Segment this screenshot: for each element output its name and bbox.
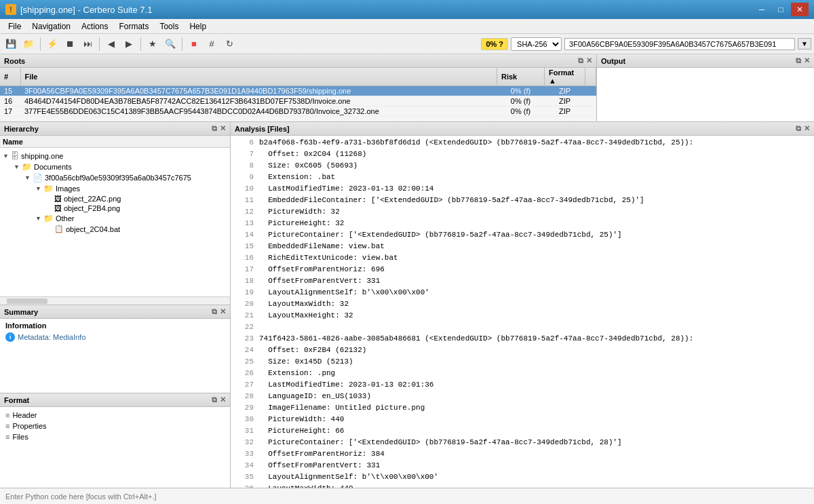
toolbar: 💾 📁 ⚡ ⏹ ⏭ ◀ ▶ ★ 🔍 ■ # ↻ 0% ? SHA-256 ▼ [0, 34, 814, 54]
format-close-btn[interactable]: ✕ [220, 395, 226, 404]
refresh-button[interactable]: ↻ [221, 36, 237, 52]
code-line: 22 [231, 322, 814, 333]
col-header-num[interactable]: # [0, 68, 20, 86]
output-header-controls[interactable]: ⧉ ✕ [796, 56, 810, 65]
bookmark-button[interactable]: ★ [144, 36, 161, 52]
menu-help[interactable]: Help [184, 20, 212, 33]
menu-file[interactable]: File [3, 20, 26, 33]
col-header-risk[interactable]: Risk [497, 68, 545, 86]
code-line: 12 PictureWidth: 32 [231, 206, 814, 218]
analysis-header-controls[interactable]: ⧉ ✕ [796, 124, 810, 133]
list-item[interactable]: ▼ 📁 Documents [0, 161, 230, 172]
line-number: 22 [233, 322, 254, 333]
format-header-controls[interactable]: ⧉ ✕ [212, 395, 226, 404]
step-button[interactable]: ⏭ [79, 36, 96, 52]
line-number: 17 [233, 264, 254, 275]
row-format: ZIP [545, 86, 585, 96]
tree-item-label: Other [56, 214, 75, 222]
code-line: 8 Size: 0xC605 (50693) [231, 160, 814, 172]
output-close-btn[interactable]: ✕ [804, 56, 810, 65]
menu-formats[interactable]: Formats [113, 20, 154, 33]
code-line: 23741f6423-5861-4826-aabe-3085ab486681 (… [231, 333, 814, 345]
format-item-header[interactable]: ≡ Header [0, 410, 230, 421]
hierarchy-close-btn[interactable]: ✕ [220, 124, 226, 133]
roots-close-btn[interactable]: ✕ [586, 56, 592, 65]
list-icon-properties: ≡ [5, 422, 9, 430]
python-input[interactable] [5, 492, 809, 501]
tree-scrollbar[interactable] [0, 296, 230, 305]
line-content: PictureHeight: 66 [259, 425, 344, 437]
tree-scrollbar-thumb[interactable] [7, 298, 47, 304]
line-content: Size: 0x145D (5213) [259, 356, 353, 368]
output-header: Output ⧉ ✕ [597, 54, 814, 68]
menu-bar: File Navigation Actions Formats Tools He… [0, 19, 814, 34]
code-line: 18 OffsetFromParentVert: 331 [231, 275, 814, 287]
line-number: 13 [233, 218, 254, 229]
save-button[interactable]: 📁 [20, 36, 37, 52]
sep-1 [40, 37, 41, 51]
menu-tools[interactable]: Tools [154, 20, 184, 33]
minimize-button[interactable]: ─ [753, 3, 771, 16]
color-button[interactable]: ■ [186, 36, 202, 52]
list-item[interactable]: ▼ 🗄 shipping.one [0, 151, 230, 161]
col-header-format[interactable]: Format ▲ [545, 68, 585, 86]
hash-algo-select[interactable]: SHA-256 [511, 37, 562, 51]
stop-button[interactable]: ⏹ [62, 36, 78, 52]
line-number: 10 [233, 183, 254, 195]
info-icon: i [5, 332, 15, 342]
summary-header: Summary ⧉ ✕ [0, 305, 230, 319]
format-item-properties[interactable]: ≡ Properties [0, 421, 230, 431]
roots-header-controls[interactable]: ⧉ ✕ [578, 56, 592, 65]
format-item-files[interactable]: ≡ Files [0, 431, 230, 442]
output-label: Output [601, 57, 625, 65]
hash-dropdown-button[interactable]: ▼ [798, 38, 811, 50]
list-item[interactable]: 🖼 object_22AC.png [0, 194, 230, 203]
roots-detach-btn[interactable]: ⧉ [578, 56, 583, 65]
hash-value-input[interactable] [564, 38, 795, 50]
analysis-detach-btn[interactable]: ⧉ [796, 124, 801, 133]
summary-detach-btn[interactable]: ⧉ [212, 307, 217, 316]
row-num: 15 [0, 86, 20, 96]
line-content: OffsetFromParentHoriz: 384 [259, 448, 385, 460]
menu-navigation[interactable]: Navigation [26, 20, 76, 33]
summary-header-controls[interactable]: ⧉ ✕ [212, 307, 226, 316]
table-row[interactable]: 16 4B464D744154FD80D4EA3B78EBA5F87742ACC… [0, 96, 596, 106]
code-area[interactable]: 6b2a4f068-f63b-4ef9-a731-b36bf8fd6d1d (<… [231, 136, 814, 488]
list-item[interactable]: ▼ 📄 3f00a56cbf9a0e59309f395a6a0b3457c767… [0, 172, 230, 183]
search-button[interactable]: 🔍 [162, 36, 178, 52]
hierarchy-header-controls[interactable]: ⧉ ✕ [212, 124, 226, 133]
list-item[interactable]: ▼ 📁 Images [0, 183, 230, 194]
analysis-close-btn[interactable]: ✕ [804, 124, 810, 133]
list-item[interactable]: 📋 object_2C04.bat [0, 224, 230, 234]
maximize-button[interactable]: □ [772, 3, 790, 16]
line-number: 15 [233, 241, 254, 252]
summary-close-btn[interactable]: ✕ [220, 307, 226, 316]
line-content: Size: 0xC605 (50693) [259, 160, 357, 172]
list-item[interactable]: 🖼 object_F2B4.png [0, 203, 230, 213]
list-item[interactable]: ▼ 📁 Other [0, 213, 230, 224]
output-detach-btn[interactable]: ⧉ [796, 56, 801, 65]
menu-actions[interactable]: Actions [76, 20, 113, 33]
close-button[interactable]: ✕ [791, 3, 809, 16]
line-number: 29 [233, 402, 254, 414]
run-button[interactable]: ⚡ [44, 36, 60, 52]
line-content: ImageFilename: Untitled picture.png [259, 402, 425, 414]
code-line: 30 PictureWidth: 440 [231, 414, 814, 425]
col-header-file[interactable]: File [20, 68, 497, 86]
line-content: LayoutAlignmentSelf: b'\t\x00\x00\x00' [259, 471, 438, 483]
hierarchy-detach-btn[interactable]: ⧉ [212, 124, 217, 133]
fwd-button[interactable]: ▶ [121, 36, 137, 52]
tree-container: ▼ 🗄 shipping.one▼ 📁 Documents▼ 📄 3f00a56… [0, 151, 230, 234]
format-detach-btn[interactable]: ⧉ [212, 395, 217, 404]
line-number: 35 [233, 471, 254, 483]
open-button[interactable]: 💾 [3, 36, 19, 52]
folder-icon: 📁 [43, 184, 54, 193]
tree-item-label: 3f00a56cbf9a0e59309f395a6a0b3457c7675 [45, 174, 191, 182]
hash-percent-button[interactable]: 0% ? [481, 38, 508, 50]
tree-arrow: ▼ [3, 153, 9, 159]
window-controls[interactable]: ─ □ ✕ [753, 3, 809, 16]
table-row[interactable]: 17 377FE4E55B6DDE063C15C41389F3BB5AACF95… [0, 106, 596, 117]
table-row[interactable]: 15 3F00A56CBF9A0E59309F395A6A0B3457C7675… [0, 86, 596, 96]
hash-icon-btn[interactable]: # [204, 36, 220, 52]
back-button[interactable]: ◀ [103, 36, 119, 52]
